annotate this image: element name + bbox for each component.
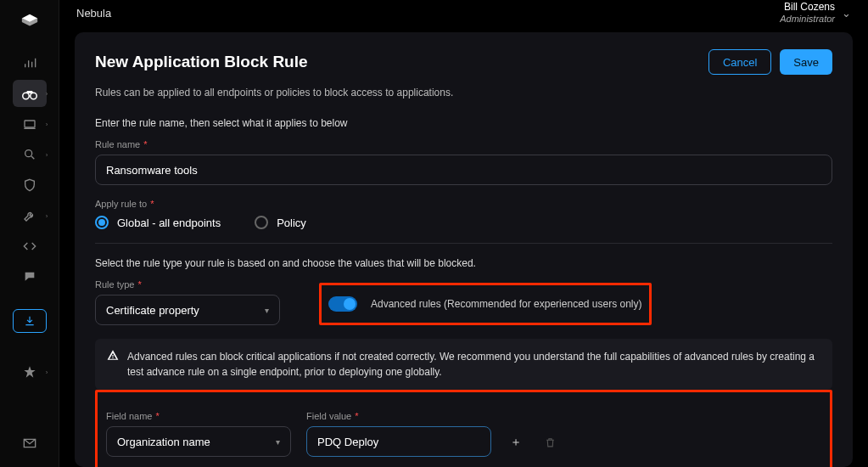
chevron-right-icon: › — [46, 151, 48, 159]
delete-field-button[interactable] — [540, 433, 559, 452]
apply-to-label: Apply rule to* — [95, 199, 832, 209]
rule-type-label: Rule type* — [95, 279, 280, 290]
svg-point-1 — [30, 93, 36, 99]
content-panel: New Application Block Rule Cancel Save R… — [75, 32, 853, 467]
cancel-button[interactable]: Cancel — [708, 49, 771, 75]
chevron-right-icon: › — [46, 369, 48, 376]
advanced-warning: Advanced rules can block critical applic… — [95, 339, 832, 390]
user-name: Bill Cozens — [780, 2, 835, 13]
advanced-rules-label: Advanced rules (Recommended for experien… — [371, 298, 642, 310]
chevron-right-icon: › — [46, 90, 48, 98]
sidebar: › › › › › — [0, 0, 59, 467]
chevron-down-icon: ▾ — [276, 437, 280, 447]
chevron-right-icon: › — [46, 121, 48, 128]
radio-on-icon — [95, 216, 109, 229]
brand-logo — [18, 10, 42, 34]
nav-binoculars[interactable]: › — [13, 80, 47, 107]
rule-name-input[interactable] — [95, 155, 832, 185]
topbar: Nebula Bill Cozens Administrator ⌄ — [59, 0, 868, 25]
user-menu[interactable]: Bill Cozens Administrator — [780, 2, 835, 23]
nav-code[interactable] — [13, 233, 47, 260]
apply-global-radio[interactable]: Global - all endpoints — [95, 216, 221, 229]
nav-favorites[interactable]: › — [13, 358, 47, 385]
page-description: Rules can be applied to all endpoints or… — [95, 87, 832, 98]
advanced-rules-toggle[interactable] — [328, 296, 357, 312]
nav-endpoints[interactable]: › — [13, 110, 47, 138]
rule-name-label: Rule name* — [95, 139, 832, 149]
chevron-right-icon: › — [46, 212, 48, 220]
chevron-down-icon: ▾ — [265, 306, 269, 315]
nav-mail[interactable] — [13, 430, 47, 457]
field-name-label: Field name* — [106, 411, 291, 421]
main-area: Nebula Bill Cozens Administrator ⌄ New A… — [59, 0, 868, 467]
svg-point-0 — [22, 93, 29, 99]
nav-download-button[interactable] — [13, 309, 47, 333]
rule-type-select[interactable]: Certificate property ▾ — [95, 295, 280, 325]
instruction-name: Enter the rule name, then select what it… — [95, 117, 832, 129]
highlight-advanced-toggle: Advanced rules (Recommended for experien… — [319, 283, 652, 325]
add-field-button[interactable]: ＋ — [507, 433, 525, 452]
page-title: New Application Block Rule — [95, 53, 308, 71]
radio-off-icon — [255, 216, 268, 229]
apply-policy-radio[interactable]: Policy — [255, 216, 306, 229]
app-title: Nebula — [76, 7, 111, 20]
user-role: Administrator — [780, 14, 835, 24]
field-value-input[interactable] — [306, 426, 491, 457]
nav-chat[interactable] — [13, 263, 47, 290]
nav-dashboard[interactable] — [13, 49, 47, 76]
nav-search[interactable]: › — [13, 141, 47, 168]
highlight-field-row: Field name* Organization name ▾ Field va… — [95, 390, 832, 467]
svg-point-3 — [25, 150, 31, 157]
nav-shield[interactable] — [13, 172, 47, 199]
instruction-type: Select the rule type your rule is based … — [95, 257, 832, 269]
nav-tools[interactable]: › — [13, 202, 47, 229]
warning-icon — [107, 349, 119, 380]
chevron-down-icon[interactable]: ⌄ — [842, 7, 851, 20]
field-name-select[interactable]: Organization name ▾ — [106, 426, 291, 457]
save-button[interactable]: Save — [780, 49, 832, 75]
svg-rect-2 — [25, 121, 35, 127]
field-value-label: Field value* — [306, 411, 491, 421]
